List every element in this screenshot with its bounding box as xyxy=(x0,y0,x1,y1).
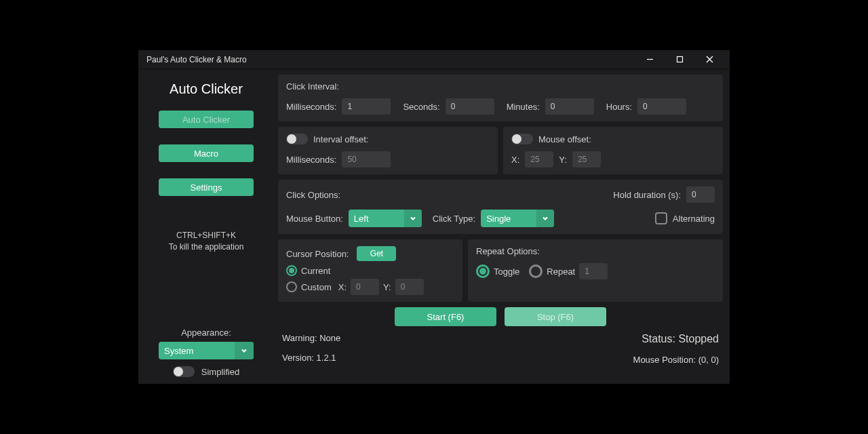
repeat-count-input[interactable] xyxy=(579,263,608,279)
interval-min-input[interactable] xyxy=(545,98,594,115)
hold-duration-input[interactable] xyxy=(686,186,715,203)
cursor-y-input[interactable] xyxy=(395,279,424,295)
app-window: Paul's Auto Clicker & Macro Auto Clicker… xyxy=(138,50,730,384)
click-options-title: Click Options: xyxy=(286,190,340,200)
repeat-toggle-radio[interactable] xyxy=(476,264,490,278)
main-content: Click Interval: Milliseconds: Seconds: M… xyxy=(274,69,730,384)
interval-sec-input[interactable] xyxy=(446,98,494,115)
cursor-x-input[interactable] xyxy=(351,279,379,295)
interval-offset-ms-input[interactable] xyxy=(342,151,391,167)
click-interval-panel: Click Interval: Milliseconds: Seconds: M… xyxy=(278,75,723,121)
nav-settings[interactable]: Settings xyxy=(159,178,254,196)
chevron-down-icon xyxy=(235,342,254,359)
version-text: Version: 1.2.1 xyxy=(282,353,340,363)
repeat-count-radio[interactable] xyxy=(529,264,542,278)
appearance-select[interactable]: System xyxy=(159,342,254,359)
minimize-button[interactable] xyxy=(635,50,665,69)
page-title: Auto Clicker xyxy=(170,81,243,97)
nav-macro[interactable]: Macro xyxy=(159,144,254,162)
mouse-button-select[interactable]: Left xyxy=(349,210,422,227)
interval-offset-toggle[interactable] xyxy=(286,134,308,144)
mouse-offset-toggle[interactable] xyxy=(511,134,533,144)
nav-auto-clicker[interactable]: Auto Clicker xyxy=(159,111,254,128)
mouse-offset-panel: Mouse offset: X: Y: xyxy=(503,127,723,174)
cursor-current-radio[interactable] xyxy=(286,265,297,276)
status-area: Warning: None Version: 1.2.1 Status: Sto… xyxy=(278,332,723,366)
interval-offset-panel: Interval offset: Milliseconds: xyxy=(278,127,498,174)
mouse-position-text: Mouse Position: (0, 0) xyxy=(633,355,719,365)
cursor-position-panel: Cursor Position: Get Current Custom X: Y… xyxy=(278,239,462,302)
stop-button[interactable]: Stop (F6) xyxy=(505,307,606,326)
action-row: Start (F6) Stop (F6) xyxy=(278,307,723,326)
simplified-toggle[interactable] xyxy=(173,366,195,377)
click-type-select[interactable]: Single xyxy=(481,210,554,227)
window-title: Paul's Auto Clicker & Macro xyxy=(146,55,635,64)
click-interval-title: Click Interval: xyxy=(286,81,715,92)
maximize-button[interactable] xyxy=(665,50,694,69)
svg-rect-0 xyxy=(677,57,682,62)
sidebar: Auto Clicker Auto Clicker Macro Settings… xyxy=(138,69,274,384)
mouse-offset-x-input[interactable] xyxy=(525,151,553,167)
cursor-custom-radio[interactable] xyxy=(286,281,297,292)
cursor-position-title: Cursor Position: xyxy=(286,249,349,259)
start-button[interactable]: Start (F6) xyxy=(395,307,496,326)
repeat-options-title: Repeat Options: xyxy=(476,246,715,256)
alternating-checkbox[interactable] xyxy=(655,212,667,224)
appearance-label: Appearance: xyxy=(181,328,231,338)
mouse-offset-y-input[interactable] xyxy=(572,151,601,167)
close-button[interactable] xyxy=(694,50,724,69)
status-text: Status: Stopped xyxy=(633,333,719,345)
chevron-down-icon xyxy=(536,210,554,227)
repeat-options-panel: Repeat Options: Toggle Repeat xyxy=(468,239,723,302)
interval-hr-input[interactable] xyxy=(637,98,686,115)
interval-ms-input[interactable] xyxy=(342,98,391,115)
click-options-panel: Click Options: Hold duration (s): Mouse … xyxy=(278,180,723,234)
chevron-down-icon xyxy=(404,210,422,227)
get-cursor-button[interactable]: Get xyxy=(357,246,396,261)
kill-hint: CTRL+SHIFT+K To kill the application xyxy=(169,230,244,253)
simplified-label: Simplified xyxy=(201,367,239,377)
warning-text: Warning: None xyxy=(282,333,340,343)
titlebar: Paul's Auto Clicker & Macro xyxy=(138,50,730,69)
